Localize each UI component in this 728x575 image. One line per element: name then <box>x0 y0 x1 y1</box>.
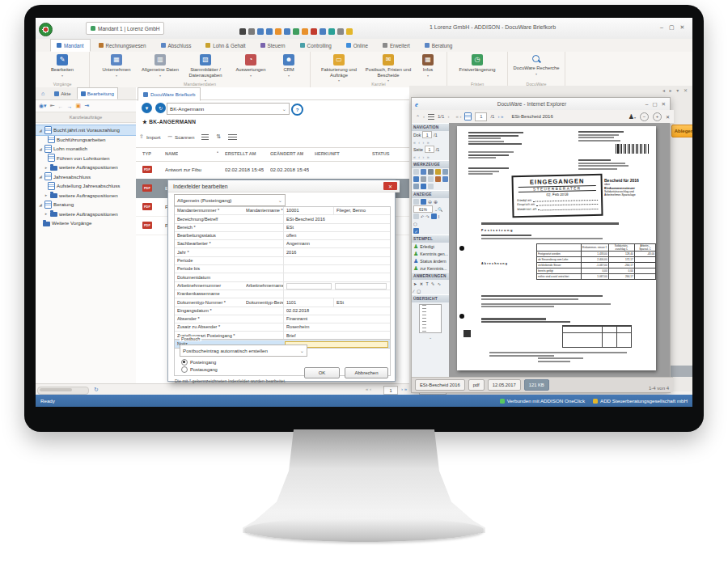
tree-item[interactable]: Weitere Vorgänge <box>36 218 136 228</box>
client-selector[interactable]: Mandant 1 | Lorenz GmbH <box>86 22 164 35</box>
view-row[interactable]: ↶ ↷ Ⅰ <box>412 213 449 220</box>
tree-item[interactable]: ◢Buchf.jährl.mit Vorauszahlung <box>36 125 136 135</box>
pin-icon[interactable] <box>435 176 441 182</box>
search-icon[interactable] <box>421 176 426 182</box>
tab-docuware-briefkorb[interactable]: DocuWare Briefkorb <box>138 87 201 101</box>
zoom-out-icon[interactable]: ⊖ <box>428 199 432 205</box>
dialog-titlebar[interactable]: Indexfelder bearbeiten ✕ <box>168 180 400 192</box>
dok-nav-arrows[interactable]: « ‹ › » <box>412 138 449 146</box>
tree-item[interactable]: Aufstellung Jahresabschluss <box>36 181 136 191</box>
zoom-out-icon[interactable]: − <box>640 112 649 121</box>
folder-icon[interactable] <box>302 28 308 35</box>
tree-item[interactable]: ▸weitere Auftragspositionen <box>36 163 136 172</box>
view-row[interactable]: ⊖ ⊕ <box>412 198 449 205</box>
viewer-window-controls[interactable]: – ▢ ✕ <box>645 101 666 108</box>
col-status[interactable]: STATUS <box>372 151 390 156</box>
zoom-in-icon[interactable]: + <box>653 112 662 121</box>
section-werkzeuge[interactable]: WERKZEUGE <box>412 160 449 168</box>
tree-item[interactable]: Buchführungsarbeiten <box>36 135 136 145</box>
viewer-titlebar[interactable]: e DocuWare - Internet Explorer – ▢ ✕ <box>412 98 670 111</box>
scan-button[interactable]: ⎓Scannen <box>167 133 194 140</box>
pager-first-icon[interactable]: « ‹ <box>366 387 371 391</box>
section-uebersicht[interactable]: ÜBERSICHT <box>412 294 449 302</box>
col-name[interactable]: NAME <box>165 151 178 156</box>
options-icon[interactable]: ◉▾ <box>39 103 47 109</box>
close-icon[interactable]: ✕ <box>662 101 666 108</box>
forward-icon[interactable]: → <box>67 104 73 109</box>
auswertungen-button[interactable]: ◔ Auswertungen▾ <box>229 53 273 78</box>
fit-width-icon[interactable] <box>413 199 419 205</box>
maximize-icon[interactable]: ▢ <box>669 24 675 31</box>
view-row[interactable]: ⬡ <box>412 220 449 227</box>
chart-icon[interactable] <box>328 28 335 35</box>
fit-page-icon[interactable] <box>421 199 426 205</box>
table-row[interactable]: PDF Antwort zur Fibu 02.02.2018 15:45 02… <box>136 160 409 180</box>
section-navigation[interactable]: NAVIGATION <box>412 123 449 131</box>
ablegen-button[interactable]: Ablegen⌄ <box>671 125 692 137</box>
tree-item[interactable]: ◢Jahresabschluss <box>36 172 136 182</box>
stamp-item[interactable]: ♟Status ändern <box>412 257 449 264</box>
filetype-chip[interactable]: pdf <box>468 379 485 391</box>
stamp-item[interactable]: ♟Kenntnis gen... <box>412 250 449 257</box>
next-doc-icon[interactable]: › <box>447 114 449 119</box>
doc-icon[interactable] <box>257 28 264 35</box>
next-page-icon[interactable]: › » <box>497 114 503 119</box>
section-anzeige[interactable]: ANZEIGE <box>412 190 449 198</box>
first-page-icon[interactable]: « ‹ <box>455 114 461 119</box>
tools-row[interactable] <box>412 183 449 190</box>
edit-icon[interactable] <box>421 169 426 175</box>
tab-rechnungswesen[interactable]: Rechnungswesen <box>92 39 153 52</box>
col-typ[interactable]: TYP <box>142 151 151 156</box>
page-input[interactable]: 1 <box>475 112 487 121</box>
window-controls[interactable]: – ▢ ✕ <box>660 24 684 31</box>
copy-icon[interactable] <box>442 169 448 175</box>
home-icon[interactable] <box>239 28 246 35</box>
seite-nav-arrows[interactable]: « ‹ › » <box>412 153 449 160</box>
minimize-icon[interactable]: – <box>660 24 663 31</box>
basket-select[interactable]: BK-Angermann⌄ <box>167 103 290 115</box>
infos-button[interactable]: ▦ Infos▾ <box>414 53 442 78</box>
quick-access-toolbar[interactable] <box>239 28 353 35</box>
pager-next-icon[interactable]: › » <box>401 387 407 391</box>
crop-icon[interactable] <box>428 184 434 189</box>
overview-thumbnail[interactable] <box>419 304 442 333</box>
maximize-icon[interactable]: ▢ <box>652 101 657 108</box>
horizontal-scrollbar[interactable] <box>37 387 89 395</box>
minimize-icon[interactable]: – <box>645 101 649 108</box>
stack-icon[interactable] <box>228 134 237 140</box>
date-chip[interactable]: 12.05.2017 <box>488 379 521 391</box>
col-erstellt[interactable]: ERSTELLT AM <box>225 151 256 156</box>
refresh-icon[interactable]: ↻ <box>94 387 99 393</box>
mail-icon[interactable] <box>311 28 317 35</box>
tab-steuern[interactable]: Steuern <box>254 39 292 52</box>
input-box[interactable] <box>286 283 332 290</box>
ok-button[interactable]: OK <box>304 367 340 378</box>
help-button[interactable]: ? <box>291 104 303 116</box>
tree-item[interactable]: ◢Beratung <box>36 200 136 209</box>
prev-doc-icon[interactable]: ‹ <box>423 114 425 119</box>
pointer-icon[interactable] <box>431 214 437 219</box>
tree-item[interactable]: ▸weitere Auftragspositionen <box>36 191 136 201</box>
sort-icon[interactable]: ⇅ <box>216 133 221 140</box>
rotate-icon[interactable] <box>413 184 419 189</box>
table-icon[interactable] <box>320 28 326 35</box>
viewer-close-icon[interactable]: ✕ <box>666 114 670 120</box>
filter-icon[interactable]: ▼ <box>142 103 152 113</box>
radio-posteingang[interactable]: Posteingang <box>181 359 216 366</box>
annotation-tools2[interactable]: ∕ ▢ <box>412 287 449 294</box>
bulb-icon[interactable] <box>346 28 353 35</box>
shape-icon[interactable]: ⬡ <box>413 222 417 226</box>
list-view-icon[interactable] <box>201 134 209 140</box>
stamp-item[interactable]: ♟Erledigt <box>412 243 449 250</box>
window-icon[interactable] <box>442 176 448 182</box>
check-icon[interactable]: ✓ <box>413 228 419 234</box>
zoom-select-icon[interactable]: ⌄🔍 <box>434 207 442 212</box>
window-icon[interactable] <box>284 28 290 35</box>
rect-icon[interactable] <box>413 214 419 219</box>
doc2-icon[interactable] <box>266 28 273 35</box>
clock-icon[interactable] <box>275 28 281 35</box>
stamp-item[interactable]: ♟zur Kenntnis... <box>412 264 449 272</box>
tab-akte[interactable]: Akte <box>50 87 74 99</box>
crm-button[interactable]: ☻ CRM▾ <box>273 53 305 78</box>
bearbeiten-button[interactable]: ✎ Bearbeiten▾ <box>40 53 84 78</box>
